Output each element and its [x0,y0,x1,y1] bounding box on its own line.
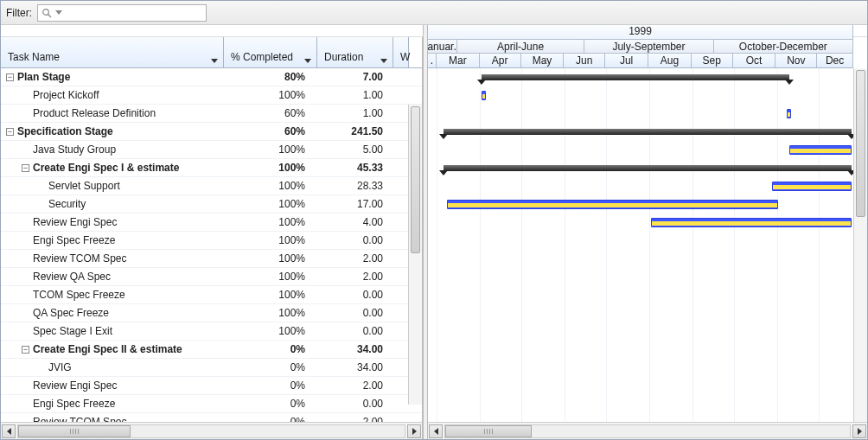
scrollbar-thumb[interactable] [411,106,420,253]
chevron-down-icon[interactable] [380,59,387,63]
gantt-row [428,268,853,286]
timeline-month[interactable]: Apr [480,54,521,67]
timeline-month[interactable]: Jul [605,54,648,67]
expand-toggle[interactable]: − [22,164,29,172]
completed-cell: 80% [224,71,317,83]
gantt-panel: 1999 Januar...April-JuneJuly-SeptemberOc… [428,25,867,422]
scrollbar-track[interactable] [444,424,851,438]
table-row[interactable]: −Create Engi Spec II & estimate0%34.00 [1,341,422,359]
table-row[interactable]: Review QA Spec100%2.00 [1,268,422,286]
timeline-months: .MarAprMayJunJulAugSepOctNovDec [428,54,853,68]
filter-input-wrap[interactable] [37,4,207,22]
timeline-month[interactable]: May [521,54,565,67]
timeline-year[interactable]: 1999 [428,25,853,40]
chevron-down-icon[interactable] [304,59,311,63]
timeline-month[interactable]: Oct [733,54,776,67]
table-row[interactable]: Engi Spec Freeze0%0.00 [1,395,422,413]
task-name-cell: Servlet Support [48,180,120,192]
table-row[interactable]: Review Engi Spec100%4.00 [1,214,422,232]
table-row[interactable]: Java Study Group100%5.00 [1,141,422,159]
table-row[interactable]: Engi Spec Freeze100%0.00 [1,232,422,250]
gantt-row [428,141,853,159]
col-w[interactable]: W [393,37,409,67]
timeline-month[interactable]: Sep [692,54,733,67]
table-row[interactable]: QA Spec Freeze100%0.00 [1,304,422,322]
task-name-cell: Plan Stage [17,71,70,83]
summary-cap-left [477,80,486,85]
task-bar[interactable] [482,91,486,100]
table-row[interactable]: Security100%17.00 [1,195,422,214]
scrollbar-thumb[interactable] [18,425,131,437]
table-row[interactable]: Project Kickoff100%1.00 [1,86,422,105]
task-name-cell: Review Engi Spec [33,379,117,392]
horizontal-scrollbar-right[interactable] [428,422,867,439]
col-completed-label: % Completed [231,51,293,63]
task-name-cell: Review Engi Spec [33,216,117,228]
col-task-name-label: Task Name [8,51,60,63]
table-row[interactable]: JVIG0%34.00 [1,359,422,377]
table-row[interactable]: −Plan Stage80%7.00 [1,68,422,86]
task-bar[interactable] [447,200,778,209]
timeline-quarter[interactable]: July-September [584,40,713,53]
chevron-down-icon[interactable] [55,10,62,15]
gantt-body[interactable] [428,68,853,422]
timeline-month[interactable]: Dec [817,54,853,67]
table-row[interactable]: TCOM Spec Freeze100%0.00 [1,286,422,304]
duration-cell: 45.33 [317,162,393,174]
summary-bar[interactable] [482,74,789,80]
filter-bar: Filter: [1,1,867,25]
timeline-month[interactable]: . [428,54,437,67]
task-bar[interactable] [787,109,791,118]
task-bar[interactable] [789,145,852,155]
completed-cell: 100% [224,234,317,246]
table-row[interactable]: Review TCOM Spec0%2.00 [1,413,422,422]
timeline-quarter[interactable]: Januar... [428,40,457,53]
horizontal-scrollbar-left[interactable] [1,422,423,439]
scrollbar-thumb[interactable] [445,425,532,437]
table-row[interactable]: Spec Stage I Exit100%0.00 [1,322,422,341]
timeline-month[interactable]: Jun [564,54,605,67]
expand-toggle[interactable]: − [22,346,29,354]
chevron-down-icon[interactable] [211,59,218,63]
timeline-month[interactable]: Mar [437,54,480,67]
summary-bar[interactable] [444,129,852,135]
scrollbar-track[interactable] [17,424,405,438]
table-row[interactable]: Review TCOM Spec100%2.00 [1,250,422,268]
scroll-left-button[interactable] [429,424,443,438]
duration-cell: 0.00 [317,307,393,319]
col-w-label: W [400,51,410,63]
expand-toggle[interactable]: − [6,73,14,81]
task-bar[interactable] [651,218,852,227]
scroll-right-button[interactable] [852,424,866,438]
completed-cell: 0% [224,379,317,392]
gantt-row [428,123,853,141]
scrollbar-thumb[interactable] [856,70,865,217]
scroll-right-button[interactable] [407,424,421,438]
table-row[interactable]: Review Engi Spec0%2.00 [1,377,422,395]
timeline-month[interactable]: Nov [775,54,817,67]
timeline-month[interactable]: Aug [648,54,692,67]
gantt-row [428,322,853,341]
timeline-quarter[interactable]: October-December [714,40,853,53]
task-name-cell: TCOM Spec Freeze [33,289,125,301]
task-bar[interactable] [772,182,852,191]
vertical-scrollbar-right[interactable] [853,68,867,422]
col-task-name[interactable]: Task Name [1,37,224,67]
timeline-quarter[interactable]: April-June [457,40,584,53]
col-duration[interactable]: Duration [317,37,393,67]
table-row[interactable]: −Create Engi Spec I & estimate100%45.33 [1,159,422,177]
summary-bar[interactable] [444,165,852,171]
table-row[interactable]: Product Release Definition60%1.00 [1,105,422,123]
col-completed[interactable]: % Completed [224,37,317,67]
table-row[interactable]: Servlet Support100%28.33 [1,177,422,195]
gantt-row [428,250,853,268]
scroll-left-button[interactable] [2,424,16,438]
table-row[interactable]: −Specification Stage60%241.50 [1,123,422,141]
gantt-row [428,68,853,86]
filter-input[interactable] [66,6,202,20]
expand-toggle[interactable]: − [6,128,14,136]
duration-cell: 34.00 [317,361,393,373]
duration-cell: 0.00 [317,398,393,410]
vertical-scrollbar-left[interactable] [408,105,422,405]
completed-cell: 100% [224,89,317,101]
